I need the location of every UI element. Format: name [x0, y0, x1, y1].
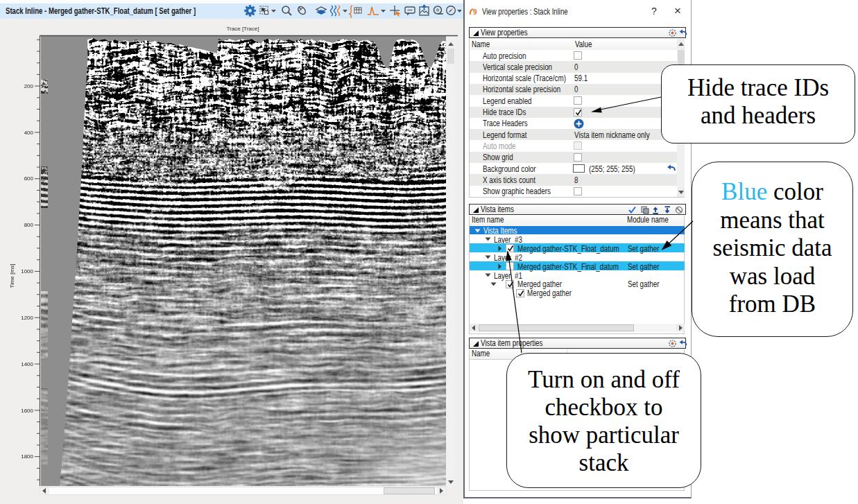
svg-text:400: 400	[24, 130, 34, 136]
svg-text:1200: 1200	[21, 315, 33, 321]
svg-text:800: 800	[24, 222, 34, 228]
svg-text:1800: 1800	[21, 453, 33, 460]
svg-text:1600: 1600	[21, 408, 33, 414]
svg-text:9: 9	[473, 8, 477, 16]
svg-text:1400: 1400	[21, 361, 33, 367]
svg-text:Time [ms]: Time [ms]	[9, 264, 15, 288]
svg-text:200: 200	[24, 83, 34, 89]
svg-text:1000: 1000	[21, 268, 33, 275]
svg-text:600: 600	[24, 175, 34, 182]
